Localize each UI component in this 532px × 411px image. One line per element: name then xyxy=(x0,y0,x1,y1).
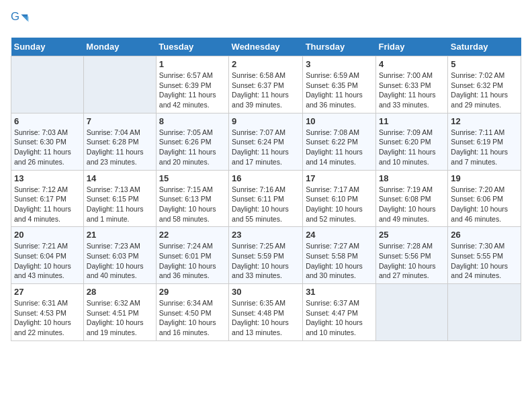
day-info: Sunrise: 6:59 AM Sunset: 6:35 PM Dayligh… xyxy=(306,71,373,110)
calendar-body: 1Sunrise: 6:57 AM Sunset: 6:39 PM Daylig… xyxy=(11,56,521,341)
day-info: Sunrise: 7:28 AM Sunset: 5:56 PM Dayligh… xyxy=(379,241,445,281)
day-number: 18 xyxy=(379,173,445,183)
day-header-monday: Monday xyxy=(83,38,156,56)
day-number: 23 xyxy=(232,230,300,240)
calendar-cell: 8Sunrise: 7:05 AM Sunset: 6:26 PM Daylig… xyxy=(156,113,228,170)
day-number: 12 xyxy=(451,116,518,126)
calendar-cell: 19Sunrise: 7:20 AM Sunset: 6:06 PM Dayli… xyxy=(448,170,521,227)
day-header-thursday: Thursday xyxy=(303,38,376,56)
day-info: Sunrise: 7:07 AM Sunset: 6:24 PM Dayligh… xyxy=(232,128,300,167)
day-number: 17 xyxy=(306,173,373,183)
day-header-saturday: Saturday xyxy=(448,38,521,56)
day-info: Sunrise: 7:25 AM Sunset: 5:59 PM Dayligh… xyxy=(232,241,300,281)
day-number: 29 xyxy=(159,287,226,297)
day-number: 26 xyxy=(451,230,518,240)
day-info: Sunrise: 6:34 AM Sunset: 4:50 PM Dayligh… xyxy=(159,298,226,338)
calendar-week-3: 13Sunrise: 7:12 AM Sunset: 6:17 PM Dayli… xyxy=(11,170,521,227)
calendar-cell: 10Sunrise: 7:08 AM Sunset: 6:22 PM Dayli… xyxy=(303,113,376,170)
day-number: 13 xyxy=(14,173,81,183)
day-info: Sunrise: 7:11 AM Sunset: 6:19 PM Dayligh… xyxy=(451,128,518,167)
day-info: Sunrise: 7:13 AM Sunset: 6:15 PM Dayligh… xyxy=(87,185,153,224)
calendar-week-1: 1Sunrise: 6:57 AM Sunset: 6:39 PM Daylig… xyxy=(11,56,521,113)
day-number: 25 xyxy=(379,230,445,240)
calendar-cell: 2Sunrise: 6:58 AM Sunset: 6:37 PM Daylig… xyxy=(229,56,303,113)
day-info: Sunrise: 7:04 AM Sunset: 6:28 PM Dayligh… xyxy=(87,128,153,167)
calendar-cell: 31Sunrise: 6:37 AM Sunset: 4:47 PM Dayli… xyxy=(303,284,376,341)
day-info: Sunrise: 7:30 AM Sunset: 5:55 PM Dayligh… xyxy=(451,241,518,281)
day-info: Sunrise: 6:58 AM Sunset: 6:37 PM Dayligh… xyxy=(232,71,300,110)
day-number: 27 xyxy=(14,287,81,297)
calendar-cell: 16Sunrise: 7:16 AM Sunset: 6:11 PM Dayli… xyxy=(229,170,303,227)
calendar-cell: 1Sunrise: 6:57 AM Sunset: 6:39 PM Daylig… xyxy=(156,56,228,113)
day-info: Sunrise: 7:24 AM Sunset: 6:01 PM Dayligh… xyxy=(159,241,226,281)
calendar-header: SundayMondayTuesdayWednesdayThursdayFrid… xyxy=(11,38,521,56)
calendar-cell: 9Sunrise: 7:07 AM Sunset: 6:24 PM Daylig… xyxy=(229,113,303,170)
calendar-cell: 23Sunrise: 7:25 AM Sunset: 5:59 PM Dayli… xyxy=(229,227,303,284)
day-info: Sunrise: 7:03 AM Sunset: 6:30 PM Dayligh… xyxy=(14,128,81,167)
day-header-wednesday: Wednesday xyxy=(229,38,303,56)
day-number: 9 xyxy=(232,116,300,126)
calendar-cell xyxy=(375,284,447,341)
day-number: 4 xyxy=(379,59,445,69)
calendar-cell: 7Sunrise: 7:04 AM Sunset: 6:28 PM Daylig… xyxy=(83,113,156,170)
day-number: 30 xyxy=(232,287,300,297)
page-header: G xyxy=(11,11,521,30)
svg-text:G: G xyxy=(11,11,19,23)
day-info: Sunrise: 6:32 AM Sunset: 4:51 PM Dayligh… xyxy=(87,298,153,338)
calendar-cell: 29Sunrise: 6:34 AM Sunset: 4:50 PM Dayli… xyxy=(156,284,228,341)
day-number: 16 xyxy=(232,173,300,183)
day-number: 1 xyxy=(159,59,226,69)
day-number: 3 xyxy=(306,59,373,69)
day-info: Sunrise: 6:57 AM Sunset: 6:39 PM Dayligh… xyxy=(159,71,226,110)
day-info: Sunrise: 7:19 AM Sunset: 6:08 PM Dayligh… xyxy=(379,185,445,224)
day-number: 5 xyxy=(451,59,518,69)
calendar-cell: 24Sunrise: 7:27 AM Sunset: 5:58 PM Dayli… xyxy=(303,227,376,284)
day-number: 22 xyxy=(159,230,226,240)
day-number: 28 xyxy=(87,287,153,297)
logo-icon: G xyxy=(11,11,30,30)
calendar-cell: 11Sunrise: 7:09 AM Sunset: 6:20 PM Dayli… xyxy=(375,113,447,170)
day-header-sunday: Sunday xyxy=(11,38,84,56)
day-number: 7 xyxy=(87,116,153,126)
day-info: Sunrise: 7:17 AM Sunset: 6:10 PM Dayligh… xyxy=(306,185,373,224)
day-info: Sunrise: 7:15 AM Sunset: 6:13 PM Dayligh… xyxy=(159,185,226,224)
calendar-table: SundayMondayTuesdayWednesdayThursdayFrid… xyxy=(11,38,521,341)
day-info: Sunrise: 7:05 AM Sunset: 6:26 PM Dayligh… xyxy=(159,128,226,167)
day-number: 8 xyxy=(159,116,226,126)
day-info: Sunrise: 7:23 AM Sunset: 6:03 PM Dayligh… xyxy=(87,241,153,281)
day-number: 10 xyxy=(306,116,373,126)
calendar-cell: 6Sunrise: 7:03 AM Sunset: 6:30 PM Daylig… xyxy=(11,113,84,170)
calendar-cell: 27Sunrise: 6:31 AM Sunset: 4:53 PM Dayli… xyxy=(11,284,84,341)
calendar-week-4: 20Sunrise: 7:21 AM Sunset: 6:04 PM Dayli… xyxy=(11,227,521,284)
calendar-cell: 12Sunrise: 7:11 AM Sunset: 6:19 PM Dayli… xyxy=(448,113,521,170)
day-info: Sunrise: 6:31 AM Sunset: 4:53 PM Dayligh… xyxy=(14,298,81,338)
day-info: Sunrise: 7:21 AM Sunset: 6:04 PM Dayligh… xyxy=(14,241,81,281)
day-number: 31 xyxy=(306,287,373,297)
day-header-tuesday: Tuesday xyxy=(156,38,228,56)
day-info: Sunrise: 6:37 AM Sunset: 4:47 PM Dayligh… xyxy=(306,298,373,338)
calendar-cell: 21Sunrise: 7:23 AM Sunset: 6:03 PM Dayli… xyxy=(83,227,156,284)
calendar-cell: 28Sunrise: 6:32 AM Sunset: 4:51 PM Dayli… xyxy=(83,284,156,341)
calendar-cell xyxy=(83,56,156,113)
calendar-cell: 14Sunrise: 7:13 AM Sunset: 6:15 PM Dayli… xyxy=(83,170,156,227)
calendar-cell: 20Sunrise: 7:21 AM Sunset: 6:04 PM Dayli… xyxy=(11,227,84,284)
calendar-cell: 18Sunrise: 7:19 AM Sunset: 6:08 PM Dayli… xyxy=(375,170,447,227)
calendar-cell: 4Sunrise: 7:00 AM Sunset: 6:33 PM Daylig… xyxy=(375,56,447,113)
day-info: Sunrise: 7:02 AM Sunset: 6:32 PM Dayligh… xyxy=(451,71,518,110)
day-number: 2 xyxy=(232,59,300,69)
day-number: 11 xyxy=(379,116,445,126)
day-number: 6 xyxy=(14,116,81,126)
day-info: Sunrise: 7:08 AM Sunset: 6:22 PM Dayligh… xyxy=(306,128,373,167)
day-number: 24 xyxy=(306,230,373,240)
calendar-cell xyxy=(11,56,84,113)
day-number: 19 xyxy=(451,173,518,183)
day-number: 20 xyxy=(14,230,81,240)
day-info: Sunrise: 7:20 AM Sunset: 6:06 PM Dayligh… xyxy=(451,185,518,224)
calendar-cell: 13Sunrise: 7:12 AM Sunset: 6:17 PM Dayli… xyxy=(11,170,84,227)
logo: G xyxy=(11,11,32,30)
day-info: Sunrise: 7:00 AM Sunset: 6:33 PM Dayligh… xyxy=(379,71,445,110)
calendar-cell: 26Sunrise: 7:30 AM Sunset: 5:55 PM Dayli… xyxy=(448,227,521,284)
calendar-week-2: 6Sunrise: 7:03 AM Sunset: 6:30 PM Daylig… xyxy=(11,113,521,170)
calendar-cell: 22Sunrise: 7:24 AM Sunset: 6:01 PM Dayli… xyxy=(156,227,228,284)
calendar-cell: 30Sunrise: 6:35 AM Sunset: 4:48 PM Dayli… xyxy=(229,284,303,341)
